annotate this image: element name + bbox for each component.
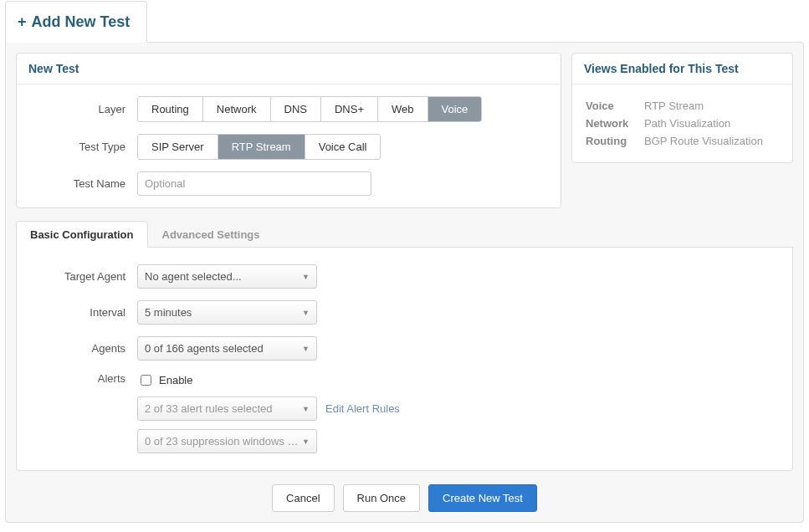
agents-label: Agents [28, 342, 137, 355]
views-table: Voice RTP Stream Network Path Visualizat… [584, 96, 781, 151]
test-name-label: Test Name [28, 177, 137, 190]
basic-config-panel: Target Agent No agent selected... ▼ Inte… [16, 248, 793, 471]
layer-option-web[interactable]: Web [378, 97, 428, 121]
chevron-down-icon: ▼ [302, 273, 310, 281]
test-name-input[interactable] [137, 171, 371, 196]
tab-advanced-settings[interactable]: Advanced Settings [148, 221, 274, 248]
interval-value: 5 minutes [145, 306, 192, 319]
views-panel: Views Enabled for This Test Voice RTP St… [571, 53, 793, 163]
views-value-voice: RTP Stream [644, 98, 779, 114]
test-type-label: Test Type [28, 141, 137, 153]
layer-option-dns[interactable]: DNS [271, 97, 321, 121]
views-row-routing: Routing BGP Route Visualization [586, 133, 779, 149]
add-new-test-tab[interactable]: +Add New Test [5, 1, 147, 43]
alerts-label: Alerts [28, 372, 137, 385]
interval-dropdown[interactable]: 5 minutes ▼ [137, 300, 317, 325]
chevron-down-icon: ▼ [302, 345, 310, 353]
layer-option-dnsplus[interactable]: DNS+ [321, 97, 378, 121]
layer-option-network[interactable]: Network [203, 97, 271, 121]
views-label-network: Network [586, 115, 643, 131]
chevron-down-icon: ▼ [302, 309, 310, 317]
views-value-routing: BGP Route Visualization [644, 133, 779, 149]
layer-label: Layer [28, 103, 137, 115]
chevron-down-icon: ▼ [302, 437, 310, 446]
views-heading: Views Enabled for This Test [572, 54, 792, 84]
layer-segmented-control: Routing Network DNS DNS+ Web Voice [137, 96, 482, 122]
interval-label: Interval [28, 306, 137, 319]
layer-option-voice[interactable]: Voice [428, 97, 482, 121]
views-label-routing: Routing [586, 133, 643, 149]
suppression-dropdown[interactable]: 0 of 23 suppression windows … ▼ [137, 429, 317, 453]
tab-basic-configuration[interactable]: Basic Configuration [16, 221, 148, 248]
footer-actions: Cancel Run Once Create New Test [16, 484, 793, 512]
target-agent-label: Target Agent [28, 270, 137, 283]
header-title: Add New Test [32, 13, 131, 30]
plus-icon: + [18, 13, 27, 30]
alert-rules-dropdown[interactable]: 2 of 33 alert rules selected ▼ [137, 396, 317, 421]
alerts-enable-checkbox[interactable] [141, 375, 151, 386]
config-tabs: Basic Configuration Advanced Settings [16, 220, 793, 248]
layer-option-routing[interactable]: Routing [138, 97, 203, 121]
views-row-network: Network Path Visualization [586, 115, 779, 131]
agents-value: 0 of 166 agents selected [145, 342, 264, 355]
agents-dropdown[interactable]: 0 of 166 agents selected ▼ [137, 336, 317, 361]
test-type-option-rtp[interactable]: RTP Stream [218, 135, 305, 159]
create-new-test-button[interactable]: Create New Test [428, 484, 537, 512]
views-label-voice: Voice [586, 98, 643, 114]
alerts-enable-label: Enable [159, 374, 192, 386]
main-content: New Test Layer Routing Network DNS DNS+ … [5, 42, 804, 523]
test-type-segmented-control: SIP Server RTP Stream Voice Call [137, 134, 381, 160]
target-agent-dropdown[interactable]: No agent selected... ▼ [137, 264, 317, 289]
alert-rules-value: 2 of 33 alert rules selected [145, 402, 272, 415]
chevron-down-icon: ▼ [302, 405, 310, 413]
suppression-value: 0 of 23 suppression windows … [145, 435, 299, 448]
new-test-heading: New Test [17, 54, 561, 84]
run-once-button[interactable]: Run Once [343, 484, 421, 512]
views-value-network: Path Visualization [644, 115, 779, 131]
cancel-button[interactable]: Cancel [272, 484, 334, 512]
test-type-option-sip[interactable]: SIP Server [138, 135, 218, 159]
views-row-voice: Voice RTP Stream [586, 98, 779, 114]
test-type-option-voicecall[interactable]: Voice Call [305, 135, 381, 159]
new-test-panel: New Test Layer Routing Network DNS DNS+ … [16, 53, 561, 208]
edit-alert-rules-link[interactable]: Edit Alert Rules [325, 402, 400, 415]
target-agent-value: No agent selected... [145, 270, 242, 283]
